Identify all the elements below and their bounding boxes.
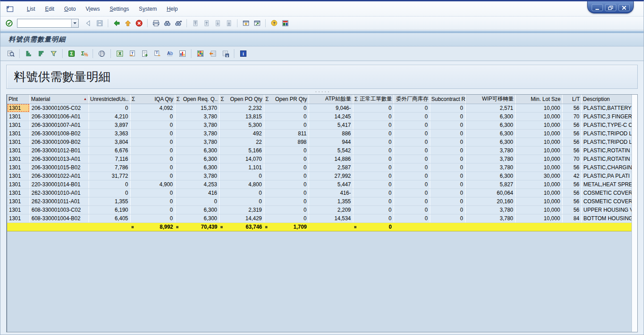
grid-cell[interactable]: 1301 xyxy=(7,172,30,180)
grid-cell[interactable]: 0 xyxy=(353,205,394,214)
grid-cell[interactable]: 6,300 xyxy=(175,163,219,172)
grid-cell[interactable]: 56 xyxy=(562,121,581,129)
grid-cell[interactable]: 0 xyxy=(430,188,465,197)
grid-cell[interactable]: 1,355 xyxy=(309,197,353,205)
grid-cell[interactable]: 5,827 xyxy=(465,180,515,188)
grid-cell[interactable]: 56 xyxy=(562,197,581,205)
grid-cell[interactable]: 811 xyxy=(264,129,309,138)
grid-cell[interactable]: 0 xyxy=(430,214,465,222)
grid-cell[interactable]: 6,300 xyxy=(465,172,515,180)
grid-cell[interactable]: 0 xyxy=(89,188,130,197)
grid-cell[interactable]: 0 xyxy=(264,104,309,112)
grid-cell[interactable]: 10,000 xyxy=(515,180,562,188)
grid-cell[interactable]: 6,300 xyxy=(465,121,515,129)
grid-cell[interactable]: 262-330001010-A01 xyxy=(30,188,89,197)
grid-cell[interactable]: 262-330001011-A01 xyxy=(30,197,89,205)
grid-cell[interactable]: 10,000 xyxy=(515,188,562,197)
grid-cell[interactable]: 10,000 xyxy=(515,214,562,222)
print-icon[interactable] xyxy=(151,18,161,28)
grid-cell[interactable]: PLASTIC,TRIPOD L xyxy=(581,138,631,146)
grid-cell[interactable]: 0 xyxy=(353,104,394,112)
filter-icon[interactable] xyxy=(48,48,59,59)
grid-cell[interactable]: 0 xyxy=(264,155,309,163)
grid-cell[interactable]: 0 xyxy=(353,214,394,222)
mail-icon[interactable]: T xyxy=(152,48,163,59)
grid-cell[interactable]: PLASTIC,TRIPOD L xyxy=(581,129,631,138)
grid-cell[interactable]: 6,300 xyxy=(175,214,219,222)
grid-cell[interactable]: 206-330001013-A01 xyxy=(30,155,89,163)
enter-icon[interactable] xyxy=(4,18,14,28)
grid-cell[interactable]: 56 xyxy=(562,163,581,172)
grid-cell[interactable]: 0 xyxy=(353,163,394,172)
grid-cell[interactable]: 0 xyxy=(130,205,175,214)
back-nav-icon[interactable] xyxy=(83,18,93,28)
grid-cell[interactable]: 4,092 xyxy=(130,104,175,112)
grid-cell[interactable]: 0 xyxy=(353,172,394,180)
next-page-icon[interactable] xyxy=(212,18,223,28)
grid-cell[interactable]: 0 xyxy=(394,121,430,129)
details-icon[interactable] xyxy=(5,48,16,59)
grid-cell[interactable]: 1301 xyxy=(7,146,30,155)
grid-cell[interactable]: 0 xyxy=(264,205,309,214)
grid-cell[interactable]: 0 xyxy=(130,146,175,155)
grid-cell[interactable]: PLASTIC,3 FINGER xyxy=(581,112,631,121)
column-header[interactable]: Description xyxy=(581,95,631,104)
minimize-icon[interactable] xyxy=(592,4,603,11)
grid-cell[interactable]: 206-330001009-B02 xyxy=(30,138,89,146)
grid-cell[interactable]: 492 xyxy=(219,129,264,138)
grid-cell[interactable]: 0 xyxy=(394,112,430,121)
first-page-icon[interactable] xyxy=(190,18,200,28)
grid-cell[interactable]: 0 xyxy=(130,197,175,205)
grid-cell[interactable]: 0 xyxy=(394,104,430,112)
grid-cell[interactable]: PLASTIC,BATTERY xyxy=(581,104,631,112)
grid-cell[interactable]: 0 xyxy=(353,146,394,155)
abc-analysis-icon[interactable]: Ab xyxy=(164,48,175,59)
grid-cell[interactable]: BOTTOM HOUSING xyxy=(581,214,631,222)
grid-cell[interactable]: 3,780 xyxy=(175,129,219,138)
column-header[interactable]: ATP結餘量 xyxy=(309,95,353,104)
grid-cell[interactable]: 0 xyxy=(89,104,130,112)
grid-cell[interactable]: 0 xyxy=(430,155,465,163)
menu-help[interactable]: Help xyxy=(162,4,183,13)
column-header[interactable]: 委外厂商库存 xyxy=(394,95,430,104)
grid-cell[interactable]: 0 xyxy=(264,188,309,197)
grid-cell[interactable]: 0 xyxy=(394,172,430,180)
grid-cell[interactable]: PLASTIC,PA PLATI xyxy=(581,172,631,180)
grid-cell[interactable]: COSMETIC COVER xyxy=(581,197,631,205)
sum-icon[interactable]: Σ xyxy=(66,48,77,59)
menu-views[interactable]: Views xyxy=(80,4,105,13)
cancel-icon[interactable] xyxy=(134,18,144,28)
shortcut-icon[interactable] xyxy=(252,18,262,28)
menu-settings[interactable]: Settings xyxy=(105,4,134,13)
customize-icon[interactable] xyxy=(280,18,290,28)
grid-cell[interactable]: 0 xyxy=(430,180,465,188)
grid-cell[interactable]: 10,000 xyxy=(515,163,562,172)
grid-cell[interactable]: 608-330001004-B02 xyxy=(30,214,89,222)
grid-cell[interactable]: 0 xyxy=(219,172,264,180)
graphic-icon[interactable] xyxy=(177,48,188,59)
grid-cell[interactable]: 0 xyxy=(130,188,175,197)
grid-cell[interactable]: 0 xyxy=(394,129,430,138)
grid-cell[interactable]: 6,190 xyxy=(89,205,130,214)
menu-list[interactable]: List xyxy=(22,4,40,13)
grid-cell[interactable]: 0 xyxy=(430,121,465,129)
grid-cell[interactable]: 0 xyxy=(264,163,309,172)
sort-desc-icon[interactable] xyxy=(35,48,47,59)
column-header[interactable]: ΣOpen PO Qty xyxy=(219,95,264,104)
grid-cell[interactable]: 206-330001012-B01 xyxy=(30,146,89,155)
grid-cell[interactable]: UPPER HOUSING V xyxy=(581,205,631,214)
grid-cell[interactable]: 1301 xyxy=(7,197,30,205)
column-header[interactable]: Material▲ xyxy=(30,95,89,104)
grid-cell[interactable]: 0 xyxy=(394,138,430,146)
change-layout-icon[interactable] xyxy=(207,48,218,59)
grid-cell[interactable]: 206-330001007-A01 xyxy=(30,121,89,129)
grid-cell[interactable]: 4,900 xyxy=(130,180,175,188)
grid-cell[interactable]: 0 xyxy=(130,172,175,180)
grid-cell[interactable]: 27,992 xyxy=(309,172,353,180)
grid-cell[interactable]: 6,300 xyxy=(465,112,515,121)
save-icon[interactable] xyxy=(94,18,105,28)
grid-cell[interactable]: 10,000 xyxy=(515,121,562,129)
close-icon[interactable] xyxy=(619,4,630,11)
grid-cell[interactable]: 14,070 xyxy=(219,155,264,163)
column-header[interactable]: ΣOpen Req. Q.. xyxy=(175,95,219,104)
